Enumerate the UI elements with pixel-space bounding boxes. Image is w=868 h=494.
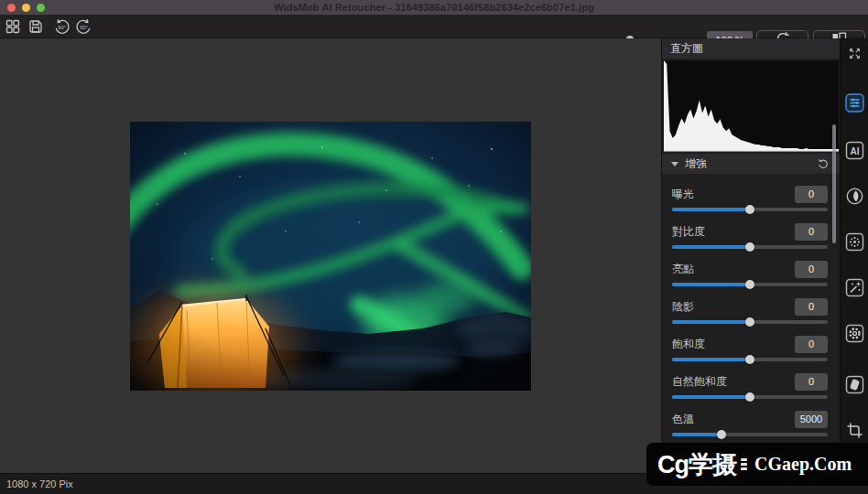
slider-fill	[672, 395, 750, 399]
slider-label: 色溫	[672, 412, 694, 427]
main-area: 直方圖 增強 曝光 0	[0, 38, 868, 473]
slider-label: 曝光	[672, 187, 694, 202]
tab-denoise[interactable]	[845, 232, 864, 252]
denoise-dots-icon	[845, 232, 864, 252]
tab-ai[interactable]: AI	[845, 141, 864, 160]
slider-track[interactable]	[672, 283, 828, 286]
minimize-button[interactable]	[22, 4, 30, 12]
panel-scrollbar[interactable]	[832, 124, 836, 243]
slider-handle[interactable]	[745, 242, 754, 252]
canvas	[0, 38, 661, 473]
tab-settings[interactable]	[845, 324, 864, 343]
gear-icon	[845, 324, 864, 343]
watermark: Cg学摄 CGaep.Com	[646, 443, 868, 486]
slider-label: 飽和度	[672, 337, 705, 352]
magic-wand-icon	[845, 278, 864, 297]
tab-patch[interactable]	[845, 375, 864, 394]
tab-retouch[interactable]	[845, 187, 864, 206]
slider-fill	[672, 283, 750, 286]
svg-text:90°: 90°	[80, 24, 87, 29]
slider-row: 對比度 0	[672, 224, 828, 249]
slider-handle[interactable]	[745, 355, 754, 364]
slider-row: 飽和度 0	[672, 337, 828, 361]
rotate-right-90-icon: 90°	[75, 18, 92, 36]
expand-panel-button[interactable]	[845, 44, 864, 63]
traffic-lights	[7, 4, 45, 12]
crop-icon	[845, 421, 864, 440]
tab-adjust[interactable]	[845, 93, 864, 113]
slider-fill	[672, 358, 750, 361]
slider-fill	[672, 208, 750, 211]
slider-handle[interactable]	[745, 317, 754, 327]
slider-value-box[interactable]: 0	[795, 373, 828, 391]
slider-row: 曝光 0	[672, 187, 828, 211]
slider-handle[interactable]	[745, 205, 754, 214]
slider-value-box[interactable]: 0	[795, 298, 828, 316]
tab-crop[interactable]	[845, 421, 864, 440]
slider-track[interactable]	[672, 320, 828, 324]
sliders-list: 曝光 0 對比度 0 亮點 0 陰影 0	[662, 174, 841, 449]
slider-track[interactable]	[672, 433, 828, 436]
slider-handle[interactable]	[717, 430, 726, 439]
save-icon	[27, 18, 44, 35]
slider-value-box[interactable]: 5000	[795, 411, 828, 428]
slider-track[interactable]	[672, 208, 828, 211]
grid-view-button[interactable]	[4, 17, 22, 36]
enhance-section-header[interactable]: 增強	[662, 154, 841, 174]
slider-fill	[672, 245, 750, 249]
slider-handle[interactable]	[745, 280, 754, 289]
slider-track[interactable]	[672, 395, 828, 399]
watermark-logo: Cg学摄	[657, 448, 736, 481]
patch-icon	[845, 375, 864, 394]
slider-label: 陰影	[672, 299, 694, 315]
watermark-seal-icon	[741, 458, 747, 470]
image-dimensions: 1080 x 720 Pix	[6, 478, 73, 489]
slider-track[interactable]	[672, 358, 828, 361]
enhance-section-title: 增強	[685, 156, 707, 172]
histogram-title: 直方圖	[670, 41, 703, 57]
rotate-right-button[interactable]: 90°	[74, 17, 92, 36]
close-button[interactable]	[7, 4, 16, 12]
slider-row: 自然飽和度 0	[672, 374, 828, 399]
adjust-sliders-icon	[845, 93, 864, 113]
slider-fill	[672, 433, 722, 436]
ai-icon: AI	[845, 141, 864, 160]
chevron-down-icon	[671, 162, 678, 166]
slider-row: 色溫 5000	[672, 412, 828, 436]
tab-magic-wand[interactable]	[845, 278, 864, 297]
slider-label: 自然飽和度	[672, 374, 727, 390]
reset-icon[interactable]	[818, 158, 829, 172]
photo-preview[interactable]	[130, 122, 531, 391]
toolbar: 90° 90° 100 %	[0, 15, 868, 38]
slider-value-box[interactable]: 0	[795, 261, 828, 278]
grid-icon	[5, 18, 21, 35]
rotate-left-90-icon: 90°	[53, 18, 71, 36]
slider-label: 亮點	[672, 262, 694, 277]
expand-icon	[849, 48, 861, 59]
save-button[interactable]	[27, 17, 45, 36]
slider-value-box[interactable]: 0	[795, 223, 828, 241]
aurora-tent-photo	[130, 122, 531, 391]
slider-value-box[interactable]: 0	[795, 336, 828, 353]
adjustments-panel: 直方圖 增強 曝光 0	[661, 38, 840, 473]
svg-text:AI: AI	[851, 146, 860, 156]
slider-handle[interactable]	[745, 392, 754, 402]
rotate-left-button[interactable]: 90°	[52, 17, 71, 36]
side-toolbar: AI	[840, 38, 868, 473]
histogram-chart	[664, 60, 839, 152]
histogram-header: 直方圖	[662, 38, 841, 59]
slider-row: 陰影 0	[672, 299, 828, 324]
app-window: WidsMob AI Retoucher - 31649386a70146f58…	[0, 0, 868, 494]
slider-value-box[interactable]: 0	[795, 186, 828, 203]
retouch-leaf-icon	[845, 187, 864, 206]
slider-track[interactable]	[672, 245, 828, 249]
slider-label: 對比度	[672, 224, 705, 240]
titlebar: WidsMob AI Retoucher - 31649386a70146f58…	[0, 0, 868, 15]
fullscreen-button[interactable]	[37, 4, 45, 12]
window-title: WidsMob AI Retoucher - 31649386a70146f58…	[0, 2, 868, 13]
slider-fill	[672, 320, 750, 324]
slider-row: 亮點 0	[672, 262, 828, 286]
svg-text:90°: 90°	[58, 24, 65, 29]
watermark-site: CGaep.Com	[754, 454, 852, 475]
